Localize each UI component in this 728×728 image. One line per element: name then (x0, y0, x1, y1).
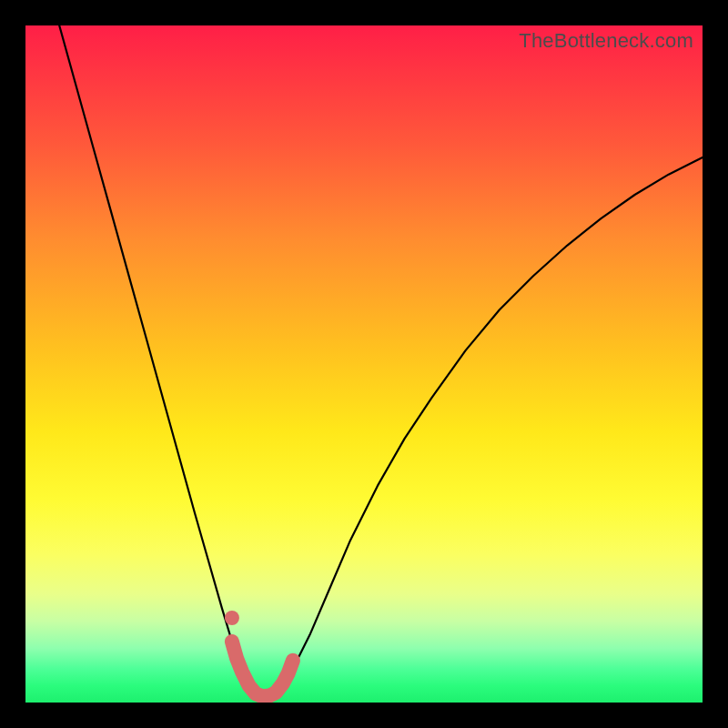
optimal-markers (25, 25, 703, 703)
svg-point-0 (225, 611, 239, 625)
watermark-label: TheBottleneck.com (519, 29, 693, 53)
chart-area: TheBottleneck.com (25, 25, 703, 703)
